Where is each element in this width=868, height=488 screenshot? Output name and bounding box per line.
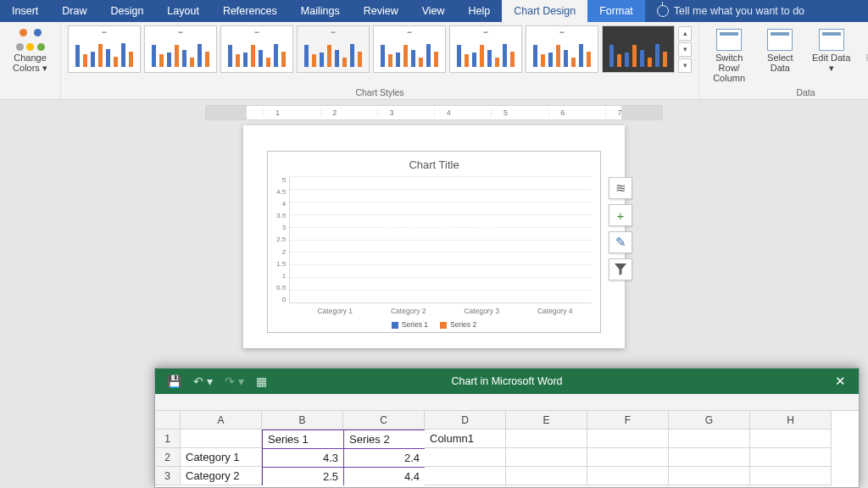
- cell-H1[interactable]: [750, 430, 832, 448]
- chart-plot-area[interactable]: 54.543.532.521.510.50: [276, 176, 592, 303]
- tab-references[interactable]: References: [211, 0, 289, 22]
- edit-data-button[interactable]: Edit Data ▾: [809, 25, 854, 74]
- chart-style-4[interactable]: ▬: [297, 25, 370, 73]
- chart-style-2[interactable]: ▬: [144, 25, 217, 73]
- gallery-up-button[interactable]: ▴: [678, 26, 692, 41]
- tab-insert[interactable]: Insert: [0, 0, 50, 22]
- switch-row-column-icon: [716, 29, 742, 51]
- select-data-icon: [767, 29, 793, 51]
- excel-close-button[interactable]: ✕: [821, 369, 859, 394]
- x-axis-label: Category 1: [317, 307, 353, 315]
- chart-style-3[interactable]: ▬: [220, 25, 293, 73]
- column-header-A[interactable]: A: [181, 411, 262, 430]
- chart-legend[interactable]: Series 1Series 2: [276, 315, 592, 329]
- chart-elements-button[interactable]: +: [609, 204, 632, 226]
- chart-style-6[interactable]: ▬: [449, 25, 522, 73]
- switch-row-column-button[interactable]: Switch Row/ Column: [706, 25, 752, 83]
- chart-y-axis: 54.543.532.521.510.50: [276, 176, 289, 303]
- legend-entry[interactable]: Series 2: [440, 320, 476, 329]
- cell-F1[interactable]: [587, 430, 669, 448]
- ruler-mark: 3: [377, 108, 406, 117]
- chart-styles-button[interactable]: ✎: [609, 231, 632, 253]
- cell-C3[interactable]: 4.4: [343, 467, 425, 485]
- edit-data-icon: [819, 29, 844, 51]
- row-header-3[interactable]: 3: [155, 467, 181, 485]
- chart-filter-button[interactable]: [609, 258, 632, 280]
- ruler-mark: 4: [434, 108, 463, 117]
- cell-C2[interactable]: 2.4: [343, 448, 425, 467]
- cell-G3[interactable]: [669, 467, 750, 485]
- cell-F2[interactable]: [587, 448, 669, 467]
- x-axis-label: Category 3: [464, 307, 499, 315]
- tab-design[interactable]: Design: [98, 0, 155, 22]
- excel-customize-button[interactable]: ▦: [256, 374, 267, 388]
- change-colors-icon: [16, 29, 45, 51]
- cell-E3[interactable]: [506, 467, 587, 485]
- tab-review[interactable]: Review: [352, 0, 410, 22]
- switch-row-column-label: Switch Row/ Column: [706, 53, 752, 83]
- chart-object[interactable]: Chart Title 54.543.532.521.510.50 Catego…: [267, 151, 601, 333]
- cell-E2[interactable]: [506, 448, 587, 467]
- horizontal-ruler[interactable]: 1 1 2 3 4 5 6 7: [205, 105, 663, 120]
- chart-style-8[interactable]: [602, 25, 675, 73]
- row-header-2[interactable]: 2: [155, 448, 181, 467]
- tab-layout[interactable]: Layout: [155, 0, 211, 22]
- cell-H2[interactable]: [750, 448, 832, 467]
- cell-E1[interactable]: [506, 430, 587, 448]
- cell-C1[interactable]: Series 2: [343, 430, 425, 448]
- column-header-E[interactable]: E: [506, 411, 587, 430]
- gallery-scroll: ▴ ▾ ▾: [678, 26, 692, 73]
- tell-me-search[interactable]: Tell me what you want to do: [645, 5, 804, 17]
- legend-entry[interactable]: Series 1: [392, 320, 428, 329]
- cell-B2[interactable]: 4.3: [262, 448, 343, 467]
- cell-B3[interactable]: 2.5: [262, 467, 343, 485]
- excel-save-button[interactable]: 💾: [167, 374, 181, 388]
- tab-view[interactable]: View: [410, 0, 457, 22]
- tab-help[interactable]: Help: [457, 0, 503, 22]
- refresh-data-label: Refresh Data: [860, 53, 868, 73]
- row-header-1[interactable]: 1: [155, 430, 181, 448]
- excel-undo-button[interactable]: ↶ ▾: [193, 374, 213, 388]
- change-colors-label: Change Colors ▾: [7, 53, 53, 74]
- excel-grid[interactable]: ABCDEFGH1Series 1Series 2Column12Categor…: [155, 411, 859, 485]
- gallery-down-button[interactable]: ▾: [678, 42, 692, 57]
- cell-D2[interactable]: [425, 448, 506, 467]
- column-header-F[interactable]: F: [587, 411, 669, 430]
- select-all-corner[interactable]: [155, 411, 181, 430]
- cell-A3[interactable]: Category 2: [181, 467, 262, 485]
- cell-B1[interactable]: Series 1: [262, 430, 343, 448]
- cell-D3[interactable]: [425, 467, 506, 485]
- x-axis-label: Category 2: [391, 307, 426, 315]
- tab-mailings[interactable]: Mailings: [289, 0, 352, 22]
- select-data-button[interactable]: Select Data: [757, 25, 803, 73]
- cell-G1[interactable]: [669, 430, 750, 448]
- column-header-D[interactable]: D: [425, 411, 506, 430]
- chart-grid: [289, 176, 592, 303]
- column-header-B[interactable]: B: [262, 411, 343, 430]
- tell-me-label: Tell me what you want to do: [674, 5, 804, 17]
- chart-styles-group-label: Chart Styles: [68, 86, 692, 97]
- tab-draw[interactable]: Draw: [50, 0, 98, 22]
- edit-data-label: Edit Data ▾: [809, 53, 854, 74]
- chart-style-1[interactable]: ▬: [68, 25, 141, 73]
- tab-format[interactable]: Format: [587, 0, 645, 22]
- cell-A1[interactable]: [181, 430, 262, 448]
- chart-style-7[interactable]: ▬: [526, 25, 598, 73]
- gallery-more-button[interactable]: ▾: [678, 58, 692, 73]
- column-header-G[interactable]: G: [669, 411, 750, 430]
- chart-layout-button[interactable]: ≋: [609, 177, 632, 199]
- cell-F3[interactable]: [587, 467, 669, 485]
- column-header-H[interactable]: H: [750, 411, 832, 430]
- change-colors-button[interactable]: Change Colors ▾: [7, 25, 53, 74]
- select-data-label: Select Data: [757, 53, 803, 73]
- x-axis-label: Category 4: [537, 307, 573, 315]
- column-header-C[interactable]: C: [343, 411, 425, 430]
- cell-H3[interactable]: [750, 467, 832, 485]
- chart-title[interactable]: Chart Title: [276, 158, 592, 171]
- tab-chart-design[interactable]: Chart Design: [502, 0, 587, 22]
- cell-G2[interactable]: [669, 448, 750, 467]
- cell-D1[interactable]: Column1: [425, 430, 506, 448]
- excel-titlebar[interactable]: 💾 ↶ ▾ ↷ ▾ ▦ Chart in Microsoft Word ✕: [155, 369, 859, 394]
- chart-style-5[interactable]: ▬: [373, 25, 446, 73]
- cell-A2[interactable]: Category 1: [181, 448, 262, 467]
